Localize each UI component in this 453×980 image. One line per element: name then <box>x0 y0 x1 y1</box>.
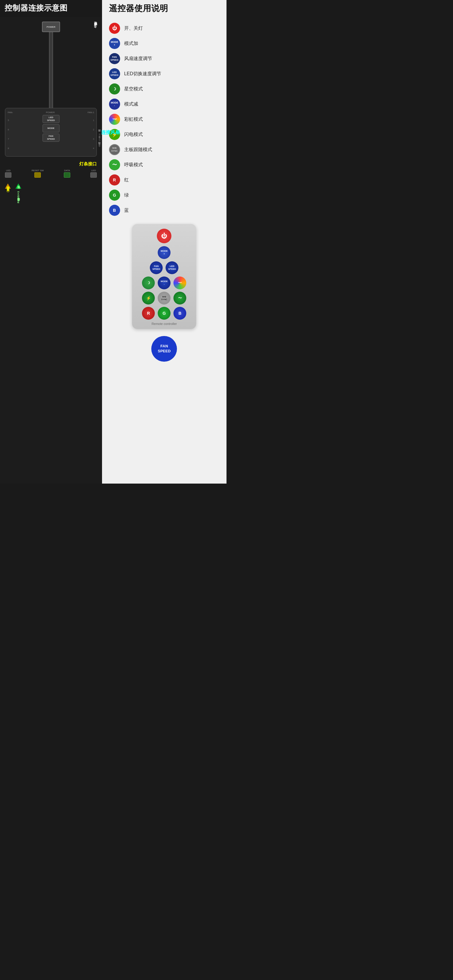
fan-speed-button[interactable]: FANSPEED <box>43 134 59 142</box>
right-num-1: 1 <box>93 116 94 124</box>
bottom-section: 灯条接口 LED RESET SW DATA <box>5 161 97 209</box>
main-content: POWER 滤波电源十4PIN 注：连接风扇以FAN 1至FAN 8依次向下排列… <box>0 17 227 484</box>
blue-label: 蓝 <box>124 207 129 213</box>
power-block: POWER 滤波电源十4PIN <box>0 22 102 108</box>
right-num-3: 3 <box>93 135 94 143</box>
remote-star-button[interactable]: ☽ <box>142 277 155 290</box>
remote-item-mode-plus: MODE+ 模式加 <box>109 38 219 49</box>
led-left-block <box>5 172 11 178</box>
remote-rainbow-button[interactable]: 〰 <box>173 277 186 290</box>
remote-controller: ⏻ MODE+ FANSPEED LEDSPEED ☽ MODE- 〰 <box>132 224 196 329</box>
remote-lightning-button[interactable]: ⚡ <box>142 292 155 304</box>
blue-icon: B <box>109 205 120 216</box>
remote-item-green: G 绿 <box>109 189 219 200</box>
left-header: 控制器连接示意图 <box>0 0 102 17</box>
connectors-row: LED RESET SW DATA LED <box>5 169 97 178</box>
remote-item-fan-speed: FANSPEED 风扇速度调节 <box>109 53 219 64</box>
remote-item-lightning: ⚡ 闪电模式 <box>109 129 219 140</box>
data-block <box>64 172 70 178</box>
led-strip-label: 灯条接口 <box>5 161 97 167</box>
remote-item-rainbow: 〰 彩虹模式 <box>109 114 219 125</box>
remote-blue-button[interactable]: B <box>173 307 186 320</box>
fan-label-right: FAN-1 <box>87 111 94 114</box>
right-panel: ⏻ 开、关灯 MODE+ 模式加 FANSPEED 风扇速度调节 LEDSPEE… <box>102 17 227 484</box>
mode-button[interactable]: MODE <box>43 124 59 132</box>
left-panel: POWER 滤波电源十4PIN 注：连接风扇以FAN 1至FAN 8依次向下排列… <box>0 17 102 484</box>
ctrl-left-nums: 5 6 7 8 <box>8 115 9 153</box>
remote-item-power: ⏻ 开、关灯 <box>109 23 219 34</box>
led-left-connector: LED <box>5 169 11 178</box>
left-inner: POWER 滤波电源十4PIN 注：连接风扇以FAN 1至FAN 8依次向下排列… <box>0 17 102 209</box>
remote-power-row: ⏻ <box>136 229 192 243</box>
rainbow-label: 彩虹模式 <box>124 116 143 123</box>
remote-power-button[interactable]: ⏻ <box>157 229 172 243</box>
row-num-8: 8 <box>8 144 9 152</box>
green-label: 绿 <box>124 192 129 198</box>
remote-item-blue: B 蓝 <box>109 205 219 216</box>
reset-sw-connector: RESET SW <box>32 169 44 178</box>
remote-row-rgb: R G B <box>136 307 192 320</box>
ctrl-top-row: FAN- POWER FAN-1 <box>8 111 94 114</box>
red-icon: R <box>109 174 120 186</box>
remote-green-button[interactable]: G <box>158 307 170 320</box>
power-center-label: POWER <box>46 111 54 114</box>
ctrl-inner: 5 6 7 8 LEDSPEED MODE FANSPEED 1 <box>8 115 94 153</box>
row-num-5: 5 <box>8 116 9 124</box>
annotation-group-1: 接可调速风扇 (含跳线帽) <box>5 183 11 203</box>
side-note: 注：连接风扇以FAN 1至FAN 8依次向下排列 <box>98 134 101 149</box>
right-num-4: 4 <box>93 144 94 152</box>
fan-speed-badge-line2: SPEED <box>158 349 170 354</box>
left-title: 控制器连接示意图 <box>5 3 68 12</box>
breath-icon: 〜 <box>109 159 120 170</box>
page-wrapper: 控制器连接示意图 遥控器使用说明 POWER 滤波电源十4PIN <box>0 0 227 484</box>
row-num-6: 6 <box>8 126 9 134</box>
remote-row-lightning-mb-breath: ⚡ M/BSYNC 〜 <box>136 292 192 304</box>
row-num-7: 7 <box>8 135 9 143</box>
power-plug-text: POWER <box>47 25 56 28</box>
annotation-text-2: 接兼容RGB5V+3针 灯条 <box>17 191 20 203</box>
fan-speed-label: 风扇速度调节 <box>124 56 152 62</box>
remote-row-star-mode-rainbow: ☽ MODE- 〰 <box>136 277 192 290</box>
led-right-block <box>91 172 97 178</box>
remote-breath-button[interactable]: 〜 <box>173 292 186 304</box>
remote-item-mb-sync: M/BSYNC 主板跟随模式 <box>109 144 219 155</box>
remote-fan-speed-button[interactable]: FANSPEED <box>150 261 163 274</box>
reset-sw-label: RESET SW <box>32 169 44 172</box>
remote-mode-plus-button[interactable]: MODE+ <box>158 246 170 259</box>
reset-sw-block <box>34 172 41 178</box>
power-plug: POWER <box>42 22 60 32</box>
right-header: 遥控器使用说明 <box>102 0 227 17</box>
led-left-label: LED <box>6 169 11 172</box>
data-label: DATA <box>64 169 70 172</box>
remote-item-red: R 红 <box>109 174 219 186</box>
led-speed-button[interactable]: LEDSPEED <box>43 115 59 123</box>
remote-controller-label: Remote controller <box>136 322 192 326</box>
rainbow-icon: 〰 <box>109 114 120 125</box>
data-connector: DATA <box>64 169 70 178</box>
mode-minus-label: 模式减 <box>124 101 138 107</box>
led-speed-icon: LEDSPEED <box>109 68 120 80</box>
remote-mb-sync-button[interactable]: M/BSYNC <box>158 292 170 304</box>
fan-speed-icon: FANSPEED <box>109 53 120 64</box>
remote-row-mode-plus: MODE+ <box>136 246 192 259</box>
lightning-label: 闪电模式 <box>124 132 143 138</box>
remote-mode-minus-button[interactable]: MODE- <box>158 277 170 290</box>
remote-item-led-speed: LEDSPEED LED切换速度调节 <box>109 68 219 80</box>
section-header: 控制器连接示意图 遥控器使用说明 <box>0 0 227 17</box>
power-cable <box>49 32 53 108</box>
star-label: 星空模式 <box>124 86 143 92</box>
remote-items-list: ⏻ 开、关灯 MODE+ 模式加 FANSPEED 风扇速度调节 LEDSPEE… <box>109 23 219 220</box>
led-right-label: LED <box>91 169 96 172</box>
power-label-text: 滤波电源十4PIN <box>94 22 97 28</box>
remote-item-breath: 〜 呼吸模式 <box>109 159 219 170</box>
green-icon: G <box>109 189 120 200</box>
right-title: 遥控器使用说明 <box>109 4 168 13</box>
remote-led-speed-button[interactable]: LEDSPEED <box>165 261 178 274</box>
mode-plus-icon: MODE+ <box>109 38 120 49</box>
remote-red-button[interactable]: R <box>142 307 155 320</box>
remote-item-star: ☽ 星空模式 <box>109 83 219 94</box>
remote-row-fan-led: FANSPEED LEDSPEED <box>136 261 192 274</box>
led-right-connector: LED <box>91 169 97 178</box>
fan-speed-badge-line1: FAN <box>161 344 168 349</box>
fan-label-left: FAN- <box>8 111 13 114</box>
